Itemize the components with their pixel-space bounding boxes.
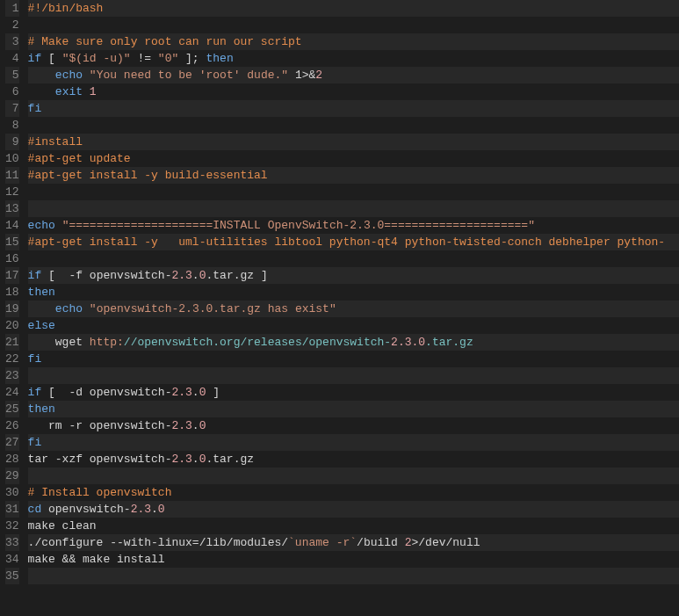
code-line[interactable]: then	[28, 284, 679, 301]
line-number: 24	[5, 384, 19, 401]
code-line[interactable]: tar -xzf openvswitch-2.3.0.tar.gz	[28, 451, 679, 467]
code-token: #!/bin/bash	[28, 2, 104, 15]
code-token: 1	[90, 85, 97, 98]
code-token: # Make sure only root can run our script	[28, 35, 302, 48]
code-line[interactable]	[28, 367, 679, 384]
code-line[interactable]: echo "You need to be 'root' dude." 1>&2	[28, 67, 679, 83]
code-line[interactable]: fi	[28, 100, 679, 117]
code-token: [ -f openvswitch-	[41, 269, 171, 282]
line-number: 19	[5, 301, 19, 317]
code-line[interactable]	[28, 200, 679, 217]
code-line[interactable]	[28, 184, 679, 200]
code-token: 0	[158, 503, 165, 516]
code-line[interactable]: make clean	[28, 518, 679, 534]
code-token: 2.3	[171, 419, 191, 432]
code-line[interactable]: # Install openvswitch	[28, 484, 679, 501]
code-token: /build	[357, 536, 405, 549]
code-token	[28, 85, 55, 98]
line-number: 14	[5, 217, 19, 234]
line-number: 23	[5, 367, 19, 384]
line-number: 32	[5, 518, 19, 534]
code-line[interactable]: ./configure --with-linux=/lib/modules/`u…	[28, 534, 679, 551]
code-token: "$(id -u)"	[62, 52, 131, 65]
code-line[interactable]: wget http://openvswitch.org/releases/ope…	[28, 334, 679, 351]
code-token: wget	[28, 336, 90, 349]
code-line[interactable]	[28, 117, 679, 134]
code-editor: 1234567891011121314151617181920212223242…	[0, 0, 679, 584]
code-token: 2.3.0	[391, 336, 425, 349]
line-number: 26	[5, 417, 19, 434]
code-token: if	[28, 269, 42, 282]
code-token: #apt-get install -y uml-utilities libtoo…	[28, 236, 666, 249]
code-token: fi	[28, 102, 42, 115]
code-token: .	[192, 269, 199, 282]
code-token: [	[41, 52, 61, 65]
code-token: cd	[28, 503, 42, 516]
code-token: 2.3	[171, 453, 191, 466]
code-line[interactable]: #apt-get install -y uml-utilities libtoo…	[28, 234, 679, 250]
code-token: 2.3	[171, 386, 191, 399]
code-token: then	[28, 286, 55, 299]
code-token: echo	[55, 302, 83, 315]
code-token	[83, 302, 90, 315]
code-token: .	[192, 453, 199, 466]
code-line[interactable]: cd openvswitch-2.3.0	[28, 501, 679, 518]
line-number: 35	[5, 568, 19, 584]
code-line[interactable]: # Make sure only root can run our script	[28, 33, 679, 50]
code-line[interactable]: echo "=====================INSTALL Openv…	[28, 217, 679, 234]
code-token: # Install openvswitch	[28, 486, 172, 499]
code-token: "openvswitch-2.3.0.tar.gz has exist"	[90, 302, 336, 315]
code-line[interactable]: then	[28, 401, 679, 417]
line-number: 17	[5, 267, 19, 284]
code-token: tar -xzf openvswitch-	[28, 453, 172, 466]
code-token: .	[192, 419, 199, 432]
code-line[interactable]	[28, 250, 679, 267]
line-number: 27	[5, 434, 19, 451]
code-line[interactable]: #!/bin/bash	[28, 0, 679, 17]
code-token: .tar.gz	[206, 453, 254, 466]
line-number-gutter: 1234567891011121314151617181920212223242…	[0, 0, 25, 584]
code-token: then	[28, 402, 55, 416]
code-line[interactable]: fi	[28, 434, 679, 451]
code-token: fi	[28, 352, 42, 366]
code-token: ./configure --with-linux=/lib/modules/	[28, 536, 288, 549]
code-line[interactable]: if [ "$(id -u)" != "0" ]; then	[28, 50, 679, 67]
code-line[interactable]: if [ -f openvswitch-2.3.0.tar.gz ]	[28, 267, 679, 284]
code-line[interactable]: rm -r openvswitch-2.3.0	[28, 417, 679, 434]
code-token: else	[28, 319, 55, 332]
code-token	[28, 69, 55, 82]
code-line[interactable]: else	[28, 317, 679, 334]
code-token: //openvswitch.org/releases/openvswitch-	[124, 336, 391, 349]
code-token: `uname -r`	[288, 536, 357, 549]
code-token: !=	[131, 52, 158, 65]
code-line[interactable]	[28, 568, 679, 584]
code-line[interactable]	[28, 467, 679, 484]
code-line[interactable]: echo "openvswitch-2.3.0.tar.gz has exist…	[28, 301, 679, 317]
code-token: if	[28, 52, 42, 65]
code-line[interactable]: #apt-get update	[28, 150, 679, 167]
code-token: make && make install	[28, 553, 165, 566]
line-number: 6	[5, 83, 19, 100]
code-line[interactable]: #install	[28, 134, 679, 150]
line-number: 31	[5, 501, 19, 518]
code-token: .	[192, 386, 199, 399]
code-token: fi	[28, 436, 42, 449]
code-line[interactable]: exit 1	[28, 83, 679, 100]
code-token: make clean	[28, 519, 97, 533]
code-content[interactable]: #!/bin/bash# Make sure only root can run…	[25, 0, 679, 584]
code-line[interactable]: make && make install	[28, 551, 679, 568]
code-line[interactable]: fi	[28, 351, 679, 367]
code-token: #apt-get install -y build-essential	[28, 169, 268, 182]
code-token: .tar.gz ]	[206, 269, 267, 282]
line-number: 21	[5, 334, 19, 351]
code-line[interactable]: #apt-get install -y build-essential	[28, 167, 679, 184]
line-number: 34	[5, 551, 19, 568]
code-token: if	[28, 386, 42, 399]
code-token: .tar.gz	[425, 336, 473, 349]
code-line[interactable]: if [ -d openvswitch-2.3.0 ]	[28, 384, 679, 401]
code-line[interactable]	[28, 17, 679, 33]
code-token: echo	[28, 219, 55, 232]
code-token: ];	[178, 52, 206, 65]
line-number: 9	[5, 134, 19, 150]
code-token: 0	[199, 419, 206, 432]
